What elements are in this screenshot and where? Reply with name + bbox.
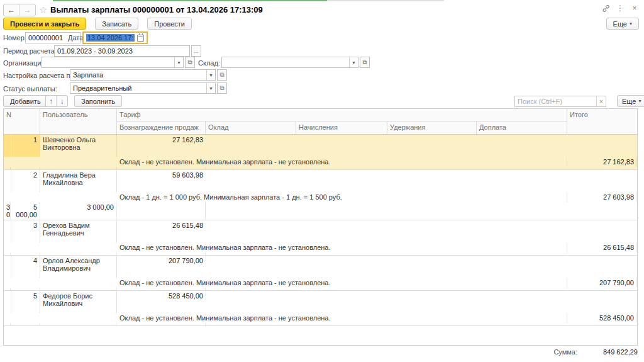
move-down-button[interactable]: ↓ [57, 96, 67, 106]
tariff-cell[interactable]: Оклад - не установлен. Минимальная зарпл… [117, 278, 567, 288]
row-number-cell[interactable]: 2 [11, 170, 40, 192]
payment-status-dropdown-icon[interactable]: ▼ [206, 83, 215, 93]
write-button[interactable]: Записать [95, 18, 138, 30]
accruals-cell[interactable] [11, 252, 40, 255]
table-row[interactable]: 3Орехов Вадим ГеннадьевичОклад - не уста… [4, 220, 637, 256]
total-cell[interactable]: 26 615,48 [117, 220, 206, 242]
warehouse-field[interactable]: ▼ [221, 57, 358, 68]
accruals-cell[interactable] [11, 288, 40, 290]
search-clear-icon[interactable]: × [596, 96, 606, 106]
forward-button[interactable]: → [19, 4, 35, 16]
user-cell[interactable]: Орлов Александр Владимирович [40, 256, 117, 278]
search-input[interactable] [515, 98, 596, 105]
deductions-cell[interactable] [40, 252, 117, 255]
favorite-star-icon[interactable]: ☆ [39, 4, 47, 16]
reward-cell[interactable]: 26 615,48 [567, 242, 637, 252]
move-up-button[interactable]: ↑ [46, 96, 57, 106]
payment-status-field[interactable]: Предварительный ▼ [70, 82, 216, 94]
reward-cell[interactable]: 528 450,00 [567, 313, 637, 323]
open-form-icon: ⧉ [219, 71, 224, 79]
accruals-cell[interactable] [11, 323, 40, 325]
deductions-cell[interactable] [40, 323, 117, 325]
warehouse-open-button[interactable]: ⧉ [360, 57, 370, 68]
sales-settings-field[interactable]: Зарплата ▼ [70, 69, 216, 81]
col-header-accruals: Начисления [296, 122, 387, 134]
form-more-button[interactable]: Еще ▾ [606, 18, 639, 30]
salary-cell[interactable] [4, 167, 11, 169]
row-number-cell[interactable]: 1 [11, 135, 40, 157]
payment-status-open-button[interactable]: ⧉ [217, 82, 227, 94]
table-row[interactable]: 1Шевченко Ольга ВикторовнаОклад - не уст… [4, 135, 637, 170]
reward-cell[interactable]: 207 790,00 [567, 278, 637, 288]
row-number-cell[interactable]: 4 [11, 256, 40, 278]
user-cell[interactable]: Гладилина Вера Михайловна [40, 170, 117, 192]
sales-settings-dropdown-icon[interactable]: ▼ [206, 70, 215, 80]
page-title: Выплаты зарплаты 000000001 от 13.04.2026… [50, 5, 263, 14]
deductions-cell[interactable] [40, 167, 117, 169]
table-more-label: Еще [622, 98, 636, 105]
total-cell[interactable]: 528 450,00 [117, 291, 206, 313]
row-marker-cell [4, 170, 11, 192]
back-button[interactable]: ← [4, 4, 19, 16]
user-cell[interactable]: Федоров Борис Михайлович [40, 291, 117, 313]
tariff-cell[interactable]: Оклад - не установлен. Минимальная зарпл… [117, 157, 567, 167]
reward-cell[interactable]: 27 162,83 [567, 157, 637, 167]
date-field[interactable]: 13.04.2026 17:13:09 [82, 31, 148, 44]
salary-cell[interactable]: 30 000,00 [4, 202, 11, 220]
more-dots-icon[interactable]: ⋮ [616, 4, 625, 13]
row-number-cell[interactable]: 5 [11, 291, 40, 313]
close-icon[interactable]: × [630, 4, 639, 13]
table-row[interactable]: 5Федоров Борис МихайловичОклад - не уста… [4, 291, 637, 326]
document-form: ← → ☆ Выплаты зарплаты 000000001 от 13.0… [0, 0, 644, 362]
fill-button[interactable]: Заполнить [74, 95, 122, 107]
table-more-button[interactable]: Еще ▾ [617, 95, 644, 107]
organization-label: Организация: [3, 59, 47, 67]
col-header-reward: Вознаграждение продаж [117, 122, 206, 134]
post-button[interactable]: Провести [147, 18, 192, 30]
post-and-close-button[interactable]: Провести и закрыть [3, 18, 86, 30]
reward-cell[interactable]: 27 603,98 [567, 192, 637, 202]
surcharge-cell[interactable] [117, 202, 206, 220]
calendar-icon[interactable] [137, 35, 144, 42]
deductions-cell[interactable]: 3 000,00 [40, 202, 117, 220]
row-marker-cell [4, 135, 11, 157]
accruals-cell[interactable] [11, 167, 40, 169]
total-cell[interactable]: 27 162,83 [117, 135, 206, 157]
deductions-cell[interactable] [40, 288, 117, 290]
organization-open-button[interactable]: ⧉ [185, 57, 195, 68]
user-cell[interactable]: Шевченко Ольга Викторовна [40, 135, 117, 157]
table-row[interactable]: 2Гладилина Вера МихайловнаОклад - 1 дн. … [4, 170, 637, 220]
table-body: 1Шевченко Ольга ВикторовнаОклад - не уст… [4, 135, 637, 326]
col-header-salary: Оклад [206, 122, 296, 134]
open-form-icon: ⧉ [187, 59, 192, 66]
surcharge-cell[interactable] [117, 167, 206, 169]
tariff-cell[interactable]: Оклад - 1 дн. = 1 000 руб. Минимальная з… [117, 192, 567, 202]
surcharge-cell[interactable] [117, 252, 206, 255]
accruals-cell[interactable]: 5 000,00 [11, 202, 40, 220]
warehouse-dropdown-icon[interactable]: ▼ [349, 57, 358, 67]
salary-cell[interactable] [4, 288, 11, 290]
period-field[interactable]: 01.09.2023 - 30.09.2023 [54, 45, 190, 57]
row-marker-cell [4, 220, 11, 242]
sum-label: Сумма: [553, 348, 577, 356]
tariff-cell[interactable]: Оклад - не установлен. Минимальная зарпл… [117, 242, 567, 252]
surcharge-cell[interactable] [117, 288, 206, 290]
total-cell[interactable]: 207 790,00 [117, 256, 206, 278]
row-number-cell[interactable]: 3 [11, 220, 40, 242]
period-choose-button[interactable]: ... [191, 45, 201, 57]
surcharge-cell[interactable] [117, 323, 206, 325]
table-row[interactable]: 4Орлов Александр ВладимировичОклад - не … [4, 256, 637, 291]
total-cell[interactable]: 59 603,98 [117, 170, 206, 192]
arrow-up-icon: ↑ [49, 98, 53, 105]
open-form-icon: ⧉ [362, 59, 367, 66]
salary-cell[interactable] [4, 323, 11, 325]
sales-settings-open-button[interactable]: ⧉ [217, 69, 227, 81]
link-icon[interactable] [601, 4, 610, 13]
organization-dropdown-icon[interactable]: ▼ [174, 57, 183, 67]
sum-value: 849 622,29 [594, 348, 638, 356]
salary-cell[interactable] [4, 252, 11, 255]
organization-field[interactable]: ▼ [42, 57, 184, 68]
add-row-button[interactable]: Добавить [3, 95, 48, 107]
tariff-cell[interactable]: Оклад - не установлен. Минимальная зарпл… [117, 313, 567, 323]
user-cell[interactable]: Орехов Вадим Геннадьевич [40, 220, 117, 242]
